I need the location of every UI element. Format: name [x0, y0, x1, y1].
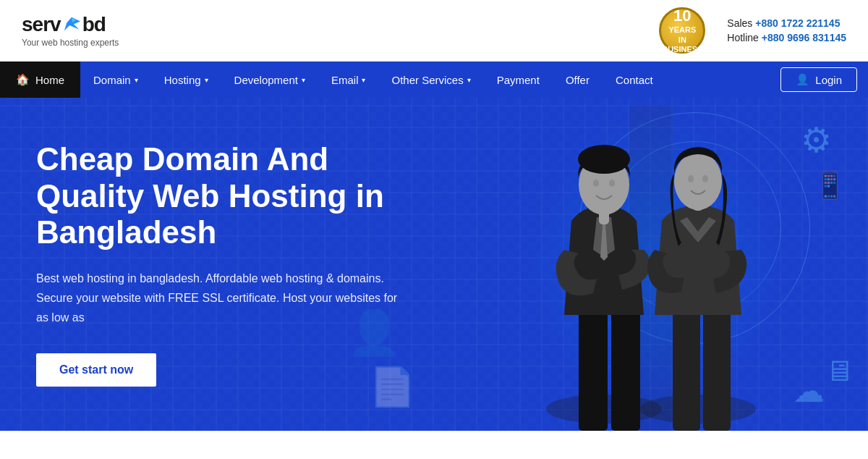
- hero-description: Best web hosting in bangladesh. Affordab…: [36, 269, 398, 328]
- hero-title: Cheap Domain And Quality Web Hosting in …: [36, 141, 412, 251]
- home-icon: 🏠: [16, 73, 30, 86]
- chevron-down-icon: ▾: [205, 76, 208, 84]
- nav-other-services[interactable]: Other Services ▾: [378, 62, 483, 98]
- login-button[interactable]: 👤 Login: [780, 67, 857, 92]
- people-svg: [470, 105, 832, 431]
- nav-contact[interactable]: Contact: [603, 62, 666, 98]
- hero-people-image: [470, 105, 832, 431]
- logo-area: serv bd Your web hosting experts: [22, 13, 119, 48]
- header-right: 10 YEARS IN BUSINESS Sales +880 1722 221…: [659, 7, 846, 54]
- svg-rect-13: [703, 308, 731, 431]
- svg-point-17: [702, 175, 708, 182]
- nav-payment[interactable]: Payment: [484, 62, 553, 98]
- nav-home[interactable]: 🏠 Home: [0, 62, 80, 98]
- sales-number[interactable]: +880 1722 221145: [755, 17, 840, 29]
- logo-tagline: Your web hosting experts: [22, 38, 119, 48]
- hero-content: Cheap Domain And Quality Web Hosting in …: [0, 98, 448, 430]
- svg-rect-4: [579, 308, 608, 431]
- chevron-down-icon: ▾: [302, 76, 305, 84]
- logo[interactable]: serv bd: [22, 13, 119, 36]
- get-start-button[interactable]: Get start now: [36, 353, 156, 387]
- contact-info: Sales +880 1722 221145 Hotline +880 9696…: [727, 17, 846, 43]
- nav-domain[interactable]: Domain ▾: [80, 62, 151, 98]
- logo-brand: serv bd: [22, 13, 106, 36]
- logo-bird-icon: [61, 16, 82, 36]
- svg-rect-5: [611, 308, 640, 431]
- sales-line: Sales +880 1722 221145: [727, 17, 846, 29]
- hero-section: ⚙ 📱 🖥 ☁ 👤 📄: [0, 98, 868, 431]
- svg-point-10: [609, 180, 615, 187]
- chevron-down-icon: ▾: [135, 76, 138, 84]
- main-navbar: 🏠 Home Domain ▾ Hosting ▾ Development ▾ …: [0, 62, 868, 98]
- years-badge: 10 YEARS IN BUSINESS: [659, 7, 705, 54]
- user-icon: 👤: [796, 73, 809, 86]
- nav-hosting[interactable]: Hosting ▾: [151, 62, 221, 98]
- hotline-line: Hotline +880 9696 831145: [727, 32, 846, 43]
- chevron-down-icon: ▾: [467, 76, 471, 84]
- site-header: serv bd Your web hosting experts 10 YEAR…: [0, 0, 868, 62]
- svg-rect-12: [673, 308, 700, 431]
- svg-point-15: [674, 152, 722, 210]
- chevron-down-icon: ▾: [362, 76, 365, 84]
- svg-point-9: [593, 180, 599, 187]
- nav-development[interactable]: Development ▾: [221, 62, 318, 98]
- svg-point-16: [688, 175, 694, 182]
- nav-email[interactable]: Email ▾: [318, 62, 379, 98]
- hotline-number[interactable]: +880 9696 831145: [762, 32, 846, 43]
- nav-offer[interactable]: Offer: [553, 62, 603, 98]
